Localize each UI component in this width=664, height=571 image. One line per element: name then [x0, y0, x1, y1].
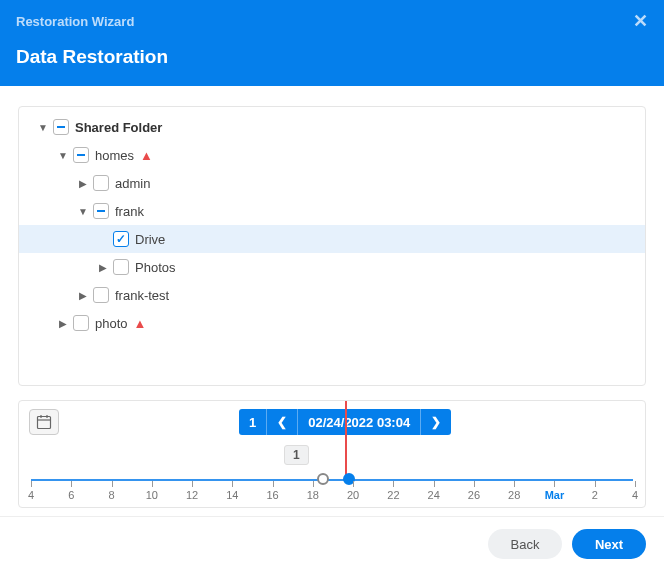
- folder-tree: ▼ Shared Folder ▼ homes ▲ ▶ admin ▼ fran…: [18, 106, 646, 386]
- timeline-tick-label: 22: [387, 489, 399, 501]
- warning-icon: ▲: [134, 316, 147, 331]
- chevron-right-icon[interactable]: ▶: [75, 287, 91, 303]
- timeline-tick: [71, 481, 72, 487]
- close-icon[interactable]: ✕: [633, 10, 648, 32]
- checkbox-partial[interactable]: [93, 203, 109, 219]
- chevron-right-icon[interactable]: ▶: [95, 259, 111, 275]
- timeline-tick: [152, 481, 153, 487]
- timeline-tick: [31, 481, 32, 487]
- tree-row-root[interactable]: ▼ Shared Folder: [19, 113, 645, 141]
- chevron-down-icon[interactable]: ▼: [55, 147, 71, 163]
- timeline-tick: [273, 481, 274, 487]
- timeline-tick-label: 12: [186, 489, 198, 501]
- timeline-tick: [232, 481, 233, 487]
- tree-row-photos[interactable]: ▶ Photos: [19, 253, 645, 281]
- svg-rect-0: [38, 417, 51, 429]
- tree-label: Photos: [135, 260, 175, 275]
- calendar-icon: [36, 414, 52, 430]
- timeline-tick-label: 18: [307, 489, 319, 501]
- timeline-tick-label: 8: [108, 489, 114, 501]
- selected-datetime: 02/24/2022 03:04: [298, 409, 421, 435]
- calendar-button[interactable]: [29, 409, 59, 435]
- timeline-tick: [514, 481, 515, 487]
- timeline-tick: [474, 481, 475, 487]
- checkbox[interactable]: [93, 175, 109, 191]
- timeline-current-marker: [345, 401, 347, 481]
- timeline-tick-label: 26: [468, 489, 480, 501]
- timeline-tick-label: 14: [226, 489, 238, 501]
- tree-row-admin[interactable]: ▶ admin: [19, 169, 645, 197]
- wizard-header: Restoration Wizard ✕ Data Restoration: [0, 0, 664, 86]
- timeline-tick-label: 2: [592, 489, 598, 501]
- next-button[interactable]: Next: [572, 529, 646, 559]
- timeline-tick: [313, 481, 314, 487]
- checkbox[interactable]: [73, 315, 89, 331]
- chevron-down-icon[interactable]: ▼: [35, 119, 51, 135]
- checkbox-partial[interactable]: [53, 119, 69, 135]
- version-badge: 1: [284, 445, 309, 465]
- checkbox-partial[interactable]: [73, 147, 89, 163]
- timeline-tick: [112, 481, 113, 487]
- prev-version-button[interactable]: ❮: [267, 409, 298, 435]
- page-title: Data Restoration: [16, 46, 648, 68]
- tree-row-homes[interactable]: ▼ homes ▲: [19, 141, 645, 169]
- checkbox-checked[interactable]: [113, 231, 129, 247]
- warning-icon: ▲: [140, 148, 153, 163]
- tree-label: Drive: [135, 232, 165, 247]
- timeline-tick: [192, 481, 193, 487]
- timeline-tick: [635, 481, 636, 487]
- tree-label: photo: [95, 316, 128, 331]
- chevron-down-icon[interactable]: ▼: [75, 203, 91, 219]
- tree-label: admin: [115, 176, 150, 191]
- tree-row-frank[interactable]: ▼ frank: [19, 197, 645, 225]
- tree-row-frank-test[interactable]: ▶ frank-test: [19, 281, 645, 309]
- timeline-tick-label: 10: [146, 489, 158, 501]
- tree-label: homes: [95, 148, 134, 163]
- timeline-tick: [353, 481, 354, 487]
- tree-row-photo[interactable]: ▶ photo ▲: [19, 309, 645, 337]
- timeline-panel: 1 ❮ 02/24/2022 03:04 ❯ 1 468101214161820…: [18, 400, 646, 508]
- tree-label: frank-test: [115, 288, 169, 303]
- wizard-footer: Back Next: [0, 516, 664, 571]
- window-title: Restoration Wizard: [16, 14, 134, 29]
- checkbox[interactable]: [113, 259, 129, 275]
- timeline-tick: [393, 481, 394, 487]
- timeline-track[interactable]: [31, 479, 633, 481]
- timeline-tick-label: 4: [632, 489, 638, 501]
- timeline-point-unselected[interactable]: [317, 473, 329, 485]
- timeline-tick-label: 24: [428, 489, 440, 501]
- tree-label: frank: [115, 204, 144, 219]
- tree-row-drive[interactable]: ▶ Drive: [19, 225, 645, 253]
- timeline-tick-label: 6: [68, 489, 74, 501]
- version-count: 1: [239, 409, 267, 435]
- chevron-right-icon[interactable]: ▶: [75, 175, 91, 191]
- back-button[interactable]: Back: [488, 529, 562, 559]
- chevron-right-icon[interactable]: ▶: [55, 315, 71, 331]
- timeline-tick-label: 20: [347, 489, 359, 501]
- checkbox[interactable]: [93, 287, 109, 303]
- timeline-tick: [554, 481, 555, 487]
- timeline-tick-label: 4: [28, 489, 34, 501]
- timeline-tick: [595, 481, 596, 487]
- next-version-button[interactable]: ❯: [421, 409, 451, 435]
- timeline-tick-label: 16: [266, 489, 278, 501]
- tree-label: Shared Folder: [75, 120, 162, 135]
- timeline-tick-label: Mar: [545, 489, 565, 501]
- timeline-tick: [434, 481, 435, 487]
- timeline-tick-label: 28: [508, 489, 520, 501]
